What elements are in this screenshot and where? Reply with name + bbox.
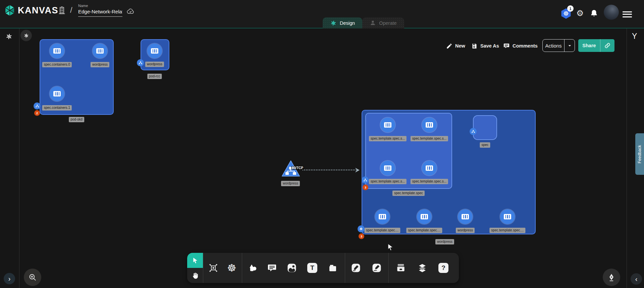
notifications-bell-icon[interactable] xyxy=(590,9,598,19)
node-wordpress-volume[interactable] xyxy=(458,209,473,224)
image-tool[interactable] xyxy=(284,261,299,275)
new-button[interactable]: New xyxy=(446,40,465,52)
node-volume[interactable] xyxy=(500,209,515,224)
error-count-badge[interactable]: 3 xyxy=(359,233,364,239)
kanvas-logo[interactable]: KANVAS xyxy=(5,5,58,16)
settings-gear-icon[interactable]: ⚙ xyxy=(576,8,584,18)
pen-nib-button[interactable] xyxy=(603,269,620,286)
operate-tab-icon xyxy=(370,20,376,26)
group-spec-template-spec[interactable] xyxy=(365,113,452,189)
freehand-pencil-tool[interactable] xyxy=(369,261,384,275)
text-tool[interactable]: T xyxy=(305,261,320,275)
sitemap-icon xyxy=(471,130,475,134)
design-tab-icon xyxy=(330,20,337,26)
actions-dropdown-caret[interactable] xyxy=(565,43,575,48)
comments-button[interactable]: Comments xyxy=(503,40,538,52)
node-volume[interactable] xyxy=(375,209,390,224)
note-tool[interactable] xyxy=(325,261,340,275)
chevron-right-icon: › xyxy=(8,275,11,283)
node-label: wordpress xyxy=(91,62,109,67)
comment-icon xyxy=(267,263,277,273)
node-wordpress-container[interactable] xyxy=(93,44,107,58)
hand-icon xyxy=(191,272,199,280)
error-count-badge[interactable]: 3 xyxy=(363,185,368,190)
share-button[interactable]: Share xyxy=(578,39,614,52)
copy-link-button[interactable] xyxy=(600,42,614,49)
node-template-container[interactable] xyxy=(380,118,395,132)
help-tool[interactable]: ? xyxy=(436,261,451,275)
components-tool[interactable] xyxy=(206,261,221,275)
node-template-container[interactable] xyxy=(380,161,395,175)
node-label: spec.containers.0 xyxy=(42,62,72,67)
node-label: spec.template.spec.... xyxy=(406,228,442,233)
vector-pen-icon xyxy=(351,263,361,273)
layers-tool[interactable] xyxy=(415,261,430,275)
magnifier-plus-icon xyxy=(28,273,37,282)
pan-tool[interactable] xyxy=(187,268,203,283)
tab-design[interactable]: Design xyxy=(323,17,362,28)
group-relationship-badge[interactable] xyxy=(34,102,41,110)
container-icon xyxy=(426,165,433,171)
organization-icon[interactable] xyxy=(57,6,66,16)
floating-spiral-badge[interactable] xyxy=(20,30,32,41)
mode-tabs: Design Operate xyxy=(323,17,404,28)
node-spec-containers-0[interactable] xyxy=(50,44,64,58)
group-relationship-badge[interactable] xyxy=(362,176,369,184)
edge-pen-tool[interactable] xyxy=(348,261,363,275)
logo-wordmark: KANVAS xyxy=(18,5,58,16)
container-icon xyxy=(426,122,433,128)
node-label: spec.template.spec.... xyxy=(364,228,400,233)
hamburger-menu-icon[interactable] xyxy=(623,10,632,19)
deployment-label: wordpress xyxy=(435,239,454,244)
node-template-container[interactable] xyxy=(422,118,437,132)
kubernetes-wheel-icon: ☸ xyxy=(227,263,236,273)
node-label: spec.template.spec.... xyxy=(489,228,525,233)
node-spec[interactable] xyxy=(473,115,497,140)
error-count-badge[interactable]: 2 xyxy=(34,110,40,116)
design-name-block: Name Edge-Network-Relatio xyxy=(78,4,122,17)
container-icon xyxy=(96,48,104,54)
right-panel-toggle[interactable]: Y xyxy=(632,32,637,41)
top-navbar: KANVAS / Name Edge-Network-Relatio xyxy=(0,0,644,28)
node-volume[interactable] xyxy=(417,209,432,224)
caret-down-icon xyxy=(567,43,572,48)
tab-operate[interactable]: Operate xyxy=(362,17,404,28)
select-tool[interactable] xyxy=(187,253,203,268)
feedback-tab[interactable]: Feedback xyxy=(635,133,644,175)
comments-icon xyxy=(503,43,510,49)
group-relationship-badge[interactable] xyxy=(470,128,477,135)
group-relationship-badge[interactable] xyxy=(137,59,144,66)
chevron-left-icon: ‹ xyxy=(635,275,638,283)
container-icon xyxy=(53,91,61,96)
service-edge[interactable] xyxy=(303,169,356,170)
zoom-button[interactable] xyxy=(24,269,41,286)
user-avatar[interactable] xyxy=(604,5,619,20)
node-template-container[interactable] xyxy=(422,161,437,175)
spiral-icon xyxy=(359,227,363,231)
kanvas-logo-icon xyxy=(5,5,15,16)
kubernetes-tool[interactable]: ☸ xyxy=(224,261,239,275)
actions-button[interactable]: Actions xyxy=(542,39,575,52)
collapse-right-panel-button[interactable]: ‹ xyxy=(631,273,642,285)
meshery-spiral-icon[interactable] xyxy=(5,33,13,40)
shapes-tool[interactable] xyxy=(246,261,260,275)
node-label: spec.template.spec.s... xyxy=(411,136,448,141)
container-icon xyxy=(462,214,469,219)
expand-left-panel-button[interactable]: › xyxy=(4,273,15,284)
kubernetes-context-count-badge: 1 xyxy=(567,5,574,12)
group-label: spec.template.spec xyxy=(392,191,425,196)
link-icon xyxy=(604,42,611,49)
comment-tool[interactable] xyxy=(265,261,279,275)
container-icon xyxy=(504,214,511,219)
note-icon xyxy=(328,263,338,273)
save-as-button[interactable]: Save As xyxy=(471,40,499,52)
design-name-input[interactable]: Edge-Network-Relatio xyxy=(78,9,122,17)
node-label: spec.template.spec.s... xyxy=(411,179,448,184)
node-spec-containers-1[interactable] xyxy=(50,86,64,101)
container-icon xyxy=(379,214,386,219)
import-drawer-tool[interactable] xyxy=(393,261,408,275)
deployment-spiral-badge[interactable] xyxy=(358,225,365,232)
node-label: spec.template.spec.s... xyxy=(369,136,407,141)
node-wordpress-container[interactable] xyxy=(147,44,162,58)
tools-dock: ☸ T xyxy=(187,253,459,283)
